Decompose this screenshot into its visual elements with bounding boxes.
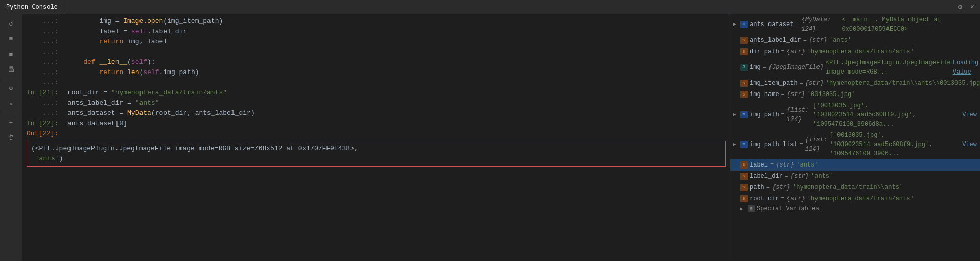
code-line: ...: return len(self.img_path)	[22, 67, 730, 78]
python-console-tab[interactable]: Python Console	[0, 0, 64, 14]
expand-icon: ▶	[733, 20, 740, 29]
special-vars-icon: ≣	[748, 205, 755, 212]
add-icon[interactable]: +	[3, 115, 19, 130]
var-row-ants-label-dir[interactable]: s ants_label_dir = {str} 'ants'	[730, 35, 980, 46]
rerun-icon[interactable]: ↺	[3, 16, 19, 31]
settings-sidebar-icon[interactable]: ⚙	[3, 81, 19, 96]
expand-icon: ▶	[740, 206, 748, 212]
var-row-path[interactable]: s path = {str} 'hymenoptera_data/train\\…	[730, 182, 980, 193]
var-row-img[interactable]: J img = {JpegImageFile} <PIL.JpegImagePl…	[730, 57, 980, 78]
code-line: ...: label = self.label_dir	[22, 27, 730, 37]
type-icon-path: s	[740, 184, 748, 191]
in-21-prompt: In [21]: root_dir = "hymenoptera_data/tr…	[22, 88, 730, 98]
print-icon[interactable]: 🖶	[3, 62, 19, 77]
left-sidebar: ↺ ≡ ■ 🖶 ⚙ » + ⏱	[0, 14, 22, 261]
forward-icon[interactable]: »	[3, 97, 19, 111]
var-row-label[interactable]: s label = {str} 'ants'	[730, 159, 980, 171]
view-img-path-link[interactable]: View	[962, 110, 977, 120]
code-line: ...: def __len__(self):	[22, 57, 730, 67]
output-box: (<PIL.JpegImagePlugin.JpegImageFile imag…	[27, 141, 726, 167]
type-icon-dir-path: s	[740, 48, 748, 55]
var-row-img-item-path[interactable]: s img_item_path = {str} 'hymenoptera_dat…	[730, 78, 980, 89]
in-21-cont-2: ...: ants_dataset = MyData(root_dir, ant…	[22, 108, 730, 118]
code-line-blank: ...:	[22, 78, 730, 88]
var-row-dir-path[interactable]: s dir_path = {str} 'hymenoptera_data/tra…	[730, 46, 980, 57]
type-icon-label-dir: s	[740, 173, 748, 180]
tab-label: Python Console	[6, 4, 58, 11]
code-line-blank: ...:	[22, 47, 730, 57]
list-icon[interactable]: ≡	[3, 32, 19, 46]
var-row-img-name[interactable]: s img_name = {str} '0013035.jpg'	[730, 89, 980, 100]
type-icon-ants-dataset: ≡	[740, 21, 748, 28]
close-icon[interactable]: ×	[968, 3, 977, 12]
stop-icon[interactable]: ■	[3, 47, 19, 61]
type-icon-label: s	[740, 161, 748, 169]
view-img-path-list-link[interactable]: View	[962, 140, 977, 149]
special-variables-label: Special Variables	[757, 205, 819, 212]
type-icon-img-path-list: ≡	[740, 141, 748, 148]
out-22-prompt: Out[22]:	[22, 129, 730, 139]
type-icon-img: J	[740, 64, 748, 71]
output-line-2: 'ants')	[31, 154, 721, 164]
sidebar-divider	[2, 79, 19, 79]
output-line-1: (<PIL.JpegImagePlugin.JpegImageFile imag…	[31, 144, 721, 154]
type-icon-img-path: ≡	[740, 111, 748, 118]
var-row-label-dir[interactable]: s label_dir = {str} 'ants'	[730, 171, 980, 182]
var-row-ants-dataset[interactable]: ▶ ≡ ants_dataset = {MyData: 124} <__main…	[730, 14, 980, 35]
type-icon-img-item-path: s	[740, 80, 748, 87]
settings-icon[interactable]: ⚙	[955, 3, 965, 12]
clock-icon[interactable]: ⏱	[3, 131, 19, 145]
tab-bar: Python Console ⚙ ×	[0, 0, 980, 14]
expand-icon: ▶	[733, 140, 740, 149]
sidebar-divider-2	[2, 113, 19, 113]
special-variables-row[interactable]: ▶ ≣ Special Variables	[730, 204, 980, 213]
expand-icon: ▶	[733, 110, 740, 120]
main-layout: ↺ ≡ ■ 🖶 ⚙ » + ⏱ ...: img = Image.open(im…	[0, 14, 980, 261]
type-icon-img-name: s	[740, 91, 748, 98]
loading-value-link[interactable]: Loading Value	[953, 58, 978, 77]
console-area[interactable]: ...: img = Image.open(img_item_path) ...…	[22, 14, 730, 261]
type-icon-ants-label-dir: s	[740, 37, 748, 44]
var-row-img-path-list[interactable]: ▶ ≡ img_path_list = {list: 124} ['001303…	[730, 130, 980, 159]
code-line: ...: img = Image.open(img_item_path)	[22, 16, 730, 27]
in-21-cont-1: ...: ants_label_dir = "ants"	[22, 98, 730, 108]
code-line: ...: return img, label	[22, 37, 730, 47]
var-row-img-path[interactable]: ▶ ≡ img_path = {list: 124} ['0013035.jpg…	[730, 100, 980, 130]
in-22-prompt: In [22]: ants_dataset[0]	[22, 118, 730, 129]
variable-inspector: ▶ ≡ ants_dataset = {MyData: 124} <__main…	[730, 14, 980, 261]
type-icon-root-dir: s	[740, 195, 748, 202]
var-row-root-dir[interactable]: s root_dir = {str} 'hymenoptera_data/tra…	[730, 193, 980, 204]
